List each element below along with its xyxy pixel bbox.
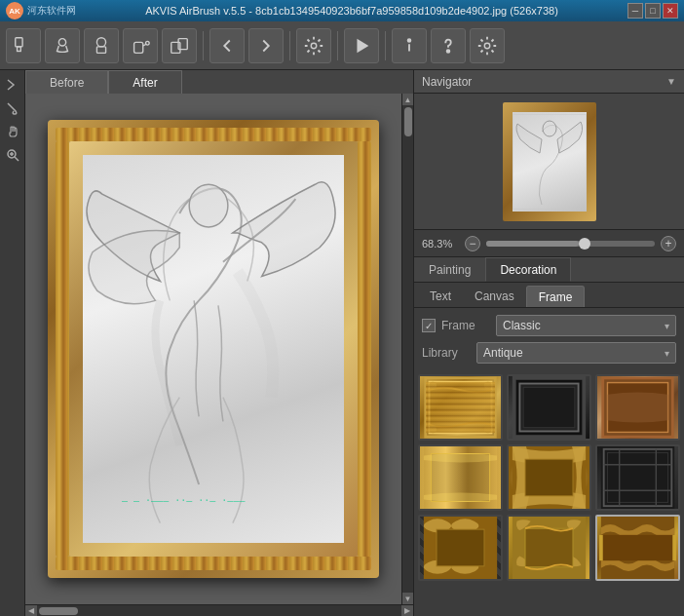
frame-style-value: Classic bbox=[503, 319, 541, 332]
angel-sketch: — — ·——— ··— ··— ·——— bbox=[83, 155, 344, 543]
svg-marker-10 bbox=[357, 38, 368, 53]
play-button[interactable] bbox=[344, 28, 379, 63]
svg-rect-1 bbox=[18, 46, 21, 51]
frame-style-dropdown[interactable]: Classic ▾ bbox=[496, 315, 676, 336]
library-option-row: Library Antique ▾ bbox=[422, 341, 676, 365]
stamp-tool-button[interactable] bbox=[45, 28, 80, 63]
brush-tool-button[interactable] bbox=[6, 28, 41, 63]
info-button[interactable] bbox=[392, 28, 427, 63]
toolbar bbox=[0, 21, 684, 70]
signature-text: — — ·——— ··— ··— ·——— bbox=[122, 495, 245, 506]
svg-rect-36 bbox=[601, 446, 674, 509]
tab-before[interactable]: Before bbox=[25, 70, 108, 94]
maximize-button[interactable]: □ bbox=[645, 3, 661, 19]
frame-thumb-4[interactable] bbox=[418, 444, 503, 511]
navigator-zoom-bar: 68.3% − + bbox=[414, 230, 684, 257]
svg-rect-4 bbox=[96, 46, 105, 52]
zoom-slider-fill bbox=[486, 241, 579, 247]
spray-tool-button[interactable] bbox=[123, 28, 158, 63]
svg-point-9 bbox=[311, 43, 317, 49]
frame-checkbox[interactable]: ✓ bbox=[422, 319, 436, 332]
logo-text: AK bbox=[9, 7, 20, 16]
scroll-right-arrow[interactable]: ▶ bbox=[401, 605, 413, 617]
frame-thumb-7[interactable] bbox=[418, 515, 503, 581]
zoom-slider-thumb[interactable] bbox=[579, 238, 590, 250]
svg-point-23 bbox=[430, 382, 437, 390]
title-bar: AK 河东软件网 AKVIS AirBrush v.5.5 - 8cb1cb13… bbox=[0, 0, 684, 21]
frame-thumb-1[interactable] bbox=[418, 374, 503, 441]
settings-button[interactable] bbox=[296, 28, 331, 63]
thumbnails-grid bbox=[414, 370, 684, 616]
frame-thumb-5[interactable] bbox=[507, 444, 591, 511]
zoom-in-button[interactable]: + bbox=[661, 236, 676, 251]
svg-point-19 bbox=[189, 184, 228, 227]
canvas-scrollbar-horizontal[interactable]: ◀ ▶ bbox=[25, 604, 413, 616]
frame-thumb-9[interactable] bbox=[595, 515, 680, 581]
navigator-preview bbox=[414, 94, 684, 230]
svg-point-24 bbox=[484, 382, 492, 390]
svg-rect-21 bbox=[426, 378, 496, 437]
zoom-out-button[interactable]: − bbox=[465, 236, 480, 251]
library-dropdown-arrow: ▾ bbox=[665, 348, 669, 359]
title-bar-left: AK 河东软件网 bbox=[6, 2, 76, 19]
scroll-up-arrow[interactable]: ▲ bbox=[402, 94, 413, 105]
frame-thumb-3[interactable] bbox=[595, 374, 680, 441]
frame-style-dropdown-arrow: ▾ bbox=[665, 321, 669, 331]
back-button[interactable] bbox=[209, 28, 245, 63]
svg-rect-40 bbox=[437, 529, 484, 566]
tab-decoration[interactable]: Decoration bbox=[485, 257, 571, 282]
scroll-left-arrow[interactable]: ◀ bbox=[25, 605, 37, 617]
forward-button[interactable] bbox=[248, 28, 284, 63]
left-tool-hand[interactable] bbox=[2, 121, 23, 142]
frame-label: Frame bbox=[441, 319, 490, 332]
svg-point-6 bbox=[146, 41, 150, 45]
sub-tabs: Text Canvas Frame bbox=[414, 283, 684, 308]
tab-after[interactable]: After bbox=[108, 70, 181, 94]
scroll-down-arrow[interactable]: ▼ bbox=[402, 593, 413, 604]
frame-thumb-6[interactable] bbox=[595, 444, 680, 511]
canvas-area: Before After bbox=[25, 70, 413, 604]
svg-rect-5 bbox=[134, 42, 143, 53]
svg-point-20 bbox=[543, 121, 556, 136]
scroll-thumb-horizontal[interactable] bbox=[39, 607, 78, 615]
svg-rect-22 bbox=[430, 382, 492, 434]
svg-point-26 bbox=[484, 426, 492, 434]
navigator-thumbnail bbox=[503, 102, 596, 221]
svg-rect-42 bbox=[525, 528, 573, 567]
separator-2 bbox=[289, 31, 290, 60]
tab-painting[interactable]: Painting bbox=[414, 257, 485, 282]
separator-1 bbox=[203, 31, 204, 60]
close-button[interactable]: ✕ bbox=[663, 3, 678, 19]
zoom-slider[interactable] bbox=[486, 241, 655, 247]
svg-point-3 bbox=[96, 37, 105, 46]
frame-option-row: ✓ Frame Classic ▾ bbox=[422, 314, 676, 337]
left-tool-arrow[interactable] bbox=[2, 74, 23, 96]
subtab-canvas[interactable]: Canvas bbox=[463, 286, 526, 307]
left-tool-brush[interactable] bbox=[2, 97, 23, 119]
canvas-scrollbar-vertical[interactable]: ▲ ▼ bbox=[401, 94, 413, 604]
frame-ornament-left bbox=[56, 141, 69, 557]
svg-rect-29 bbox=[523, 387, 575, 427]
subtab-frame[interactable]: Frame bbox=[526, 286, 586, 307]
svg-point-12 bbox=[408, 39, 411, 42]
main-tabs: Painting Decoration bbox=[414, 257, 684, 283]
frame-thumb-8[interactable] bbox=[507, 515, 591, 581]
frame-outer: — — ·——— ··— ··— ·——— bbox=[48, 120, 379, 578]
help-button[interactable] bbox=[431, 28, 466, 63]
image-frame: — — ·——— ··— ··— ·——— bbox=[48, 120, 379, 578]
minimize-button[interactable]: ─ bbox=[627, 3, 643, 19]
library-dropdown[interactable]: Antique ▾ bbox=[476, 342, 676, 364]
frame-options: ✓ Frame Classic ▾ Library Antique ▾ bbox=[414, 308, 684, 370]
canvas-viewport[interactable]: — — ·——— ··— ··— ·——— bbox=[25, 94, 401, 604]
navigator-collapse-icon[interactable]: ▼ bbox=[666, 76, 676, 87]
library-value: Antique bbox=[483, 346, 523, 360]
left-tool-zoom[interactable] bbox=[2, 144, 23, 166]
preferences-button[interactable] bbox=[470, 28, 505, 63]
svg-point-2 bbox=[58, 38, 65, 45]
subtab-text[interactable]: Text bbox=[418, 286, 463, 307]
main-layout: Before After bbox=[0, 70, 684, 616]
eraser-tool-button[interactable] bbox=[84, 28, 119, 63]
frame-thumb-2[interactable] bbox=[507, 374, 591, 441]
clone-tool-button[interactable] bbox=[162, 28, 197, 63]
scroll-thumb-vertical[interactable] bbox=[404, 107, 412, 136]
